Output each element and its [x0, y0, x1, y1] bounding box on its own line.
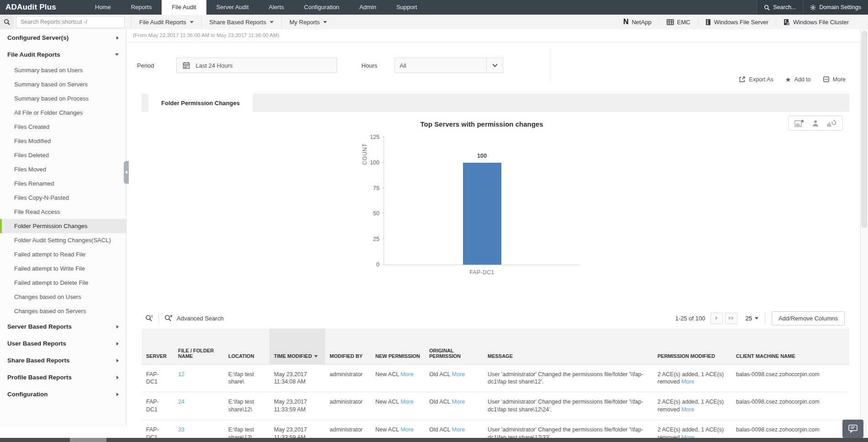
sidebar-item[interactable]: Share Based Reports: [0, 352, 126, 369]
sidebar-item[interactable]: All File or Folder Changes: [0, 106, 126, 120]
user-chart-icon[interactable]: [812, 120, 819, 127]
report-menu[interactable]: Share Based Reports: [201, 15, 281, 29]
global-search-button[interactable]: Search...: [757, 0, 803, 15]
nav-item[interactable]: Support: [386, 0, 427, 15]
sidebar-item[interactable]: Summary based on Process: [0, 91, 126, 106]
column-header[interactable]: LOCATION: [224, 329, 269, 364]
table-controls: Advanced Search 1-25 of 100 25 Add/Remov…: [142, 308, 849, 329]
sidebar-item[interactable]: Files Deleted: [0, 148, 126, 162]
feedback-chat-button[interactable]: [842, 420, 863, 438]
original-permission-more-link[interactable]: More: [452, 426, 465, 433]
sidebar-item[interactable]: File Audit Reports: [0, 46, 126, 63]
nav-item[interactable]: Server Audit: [206, 0, 259, 15]
sidebar-item[interactable]: Failed attempt to Write File: [0, 261, 126, 276]
report-menu[interactable]: File Audit Reports: [131, 15, 201, 29]
report-menu[interactable]: My Reports: [281, 15, 335, 29]
advanced-search-label[interactable]: Advanced Search: [177, 315, 224, 322]
sidebar-item[interactable]: Files Moved: [0, 162, 126, 176]
sidebar-item[interactable]: Folder Permission Changes: [0, 219, 126, 233]
sidebar-item-label: Share Based Reports: [7, 357, 70, 364]
column-search-icon[interactable]: [145, 314, 153, 322]
sidebar-item[interactable]: File Read Access: [0, 205, 126, 219]
more-button[interactable]: More: [823, 76, 846, 83]
bar-FAP-DC1[interactable]: [463, 163, 501, 265]
sidebar-item[interactable]: Changes based on Users: [0, 290, 126, 304]
sidebar-item[interactable]: Summary based on Users: [0, 63, 126, 77]
sidebar-item[interactable]: Files Copy-N-Pasted: [0, 191, 126, 205]
permission-modified-more-link[interactable]: More: [681, 406, 694, 413]
column-header[interactable]: PERMISSION MODIFIED: [653, 329, 731, 364]
original-permission-more-link[interactable]: More: [452, 371, 465, 378]
column-header[interactable]: MESSAGE: [483, 329, 653, 364]
sidebar-collapse-handle[interactable]: [124, 161, 129, 184]
nav-item[interactable]: File Audit: [162, 0, 206, 15]
nav-item[interactable]: Alerts: [259, 0, 294, 15]
nav-item[interactable]: Home: [85, 0, 121, 15]
sidebar-item[interactable]: Files Renamed: [0, 176, 126, 191]
new-permission-more-link[interactable]: More: [400, 399, 413, 405]
vertical-scrollbar-thumb[interactable]: [862, 31, 867, 228]
chevron-down-icon: [190, 21, 194, 23]
column-header[interactable]: TIME MODIFIED: [269, 329, 325, 364]
nav-item[interactable]: Configuration: [294, 0, 349, 15]
sidebar-item[interactable]: User Based Reports: [0, 335, 126, 352]
horizontal-scrollbar[interactable]: [0, 438, 868, 442]
permission-modified-more-link[interactable]: More: [681, 434, 694, 438]
add-remove-columns-button[interactable]: Add/Remove Columns: [772, 311, 845, 325]
cell-original-permission: Old ACL More: [425, 392, 483, 420]
new-permission-more-link[interactable]: More: [400, 371, 413, 378]
nav-item[interactable]: Admin: [349, 0, 386, 15]
windows-file-cluster-link[interactable]: Windows File Cluster: [776, 19, 856, 26]
page-size-dropdown[interactable]: 25: [745, 315, 758, 322]
file-folder-link[interactable]: 24: [178, 399, 184, 405]
add-chart-icon[interactable]: [794, 119, 804, 127]
permission-modified-more-link[interactable]: More: [681, 378, 694, 385]
sidebar-item-label: Server Based Reports: [7, 323, 72, 330]
sidebar-item[interactable]: Folder Audit Setting Changes(SACL): [0, 233, 126, 247]
horizontal-scrollbar-thumb[interactable]: [70, 438, 106, 442]
sidebar-item[interactable]: Profile Based Reports: [0, 369, 126, 386]
column-header[interactable]: MODIFIED BY: [325, 329, 371, 364]
column-header[interactable]: SERVER: [142, 329, 174, 364]
tab-folder-permission-changes[interactable]: Folder Permission Changes: [148, 94, 253, 112]
sidebar-item[interactable]: Configuration: [0, 386, 126, 403]
file-folder-link[interactable]: 33: [178, 426, 184, 433]
column-header[interactable]: CLIENT MACHINE NAME: [731, 329, 849, 364]
add-to-button[interactable]: ★ Add to: [785, 76, 811, 83]
next-page-button[interactable]: [710, 313, 723, 324]
netapp-link[interactable]: N NetApp: [616, 18, 659, 26]
y-axis-tick-label: 25: [373, 236, 379, 242]
sidebar-item[interactable]: Server Based Reports: [0, 318, 126, 335]
new-permission-more-link[interactable]: More: [400, 426, 413, 433]
sidebar-item[interactable]: Failed attempt to Delete File: [0, 276, 126, 290]
sidebar-item[interactable]: Files Modified: [0, 134, 126, 148]
export-as-button[interactable]: Export As: [739, 76, 773, 83]
windows-file-server-link[interactable]: Windows File Server: [698, 19, 776, 26]
chart-block: Top Servers with permission changes COUN…: [142, 112, 849, 308]
original-permission-more-link[interactable]: More: [452, 399, 465, 405]
nav-spacer: [427, 0, 757, 15]
domain-settings-button[interactable]: Domain Settings: [803, 0, 868, 15]
sidebar-item[interactable]: Configured Server(s): [0, 29, 126, 46]
hours-select[interactable]: All: [395, 58, 503, 73]
period-picker[interactable]: Last 24 Hours: [176, 58, 337, 73]
sidebar-item[interactable]: Failed attempt to Read File: [0, 247, 126, 261]
column-header[interactable]: ORIGINAL PERMISSION: [425, 329, 483, 364]
emc-link[interactable]: EMC: [659, 19, 698, 26]
vertical-scrollbar[interactable]: [860, 29, 868, 438]
sidebar-item[interactable]: Files Created: [0, 120, 126, 134]
column-header[interactable]: FILE / FOLDER NAME: [174, 329, 224, 364]
sidebar-item-label: Summary based on Users: [14, 67, 83, 74]
cell-server: FAP-DC1: [142, 420, 174, 438]
refresh-chart-icon[interactable]: [827, 119, 836, 127]
report-search-icon-button[interactable]: [0, 15, 14, 29]
app-logo: ADAudit Plus: [0, 0, 73, 15]
column-header[interactable]: NEW PERMISSION: [371, 329, 425, 364]
sidebar-item[interactable]: Summary based on Servers: [0, 77, 126, 91]
advanced-search-icon[interactable]: [164, 314, 173, 322]
last-page-button[interactable]: [725, 313, 737, 324]
report-search-input[interactable]: [16, 16, 125, 28]
sidebar-item[interactable]: Changes based on Servers: [0, 304, 126, 318]
file-folder-link[interactable]: 12: [178, 371, 184, 378]
nav-item[interactable]: Reports: [121, 0, 162, 15]
